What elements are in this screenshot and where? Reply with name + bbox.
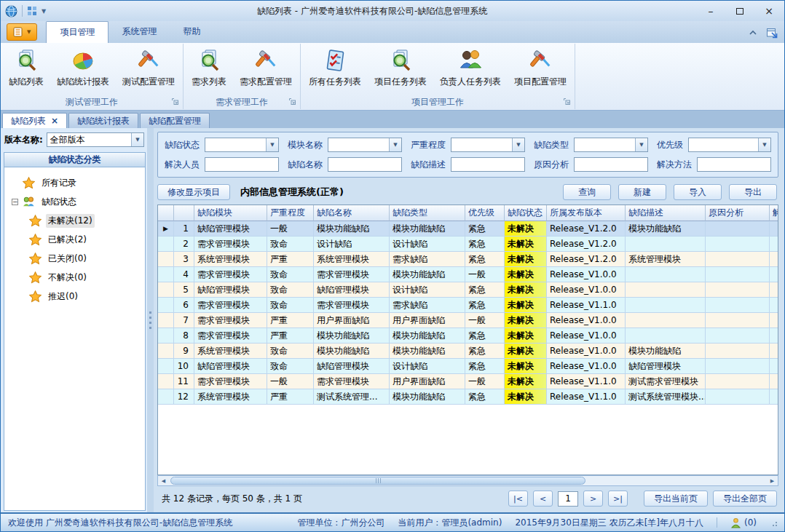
- star-icon: [29, 253, 42, 265]
- filter-input-缺陷名称[interactable]: [328, 157, 402, 172]
- maximize-button[interactable]: [727, 3, 752, 19]
- filter-input-缺陷描述[interactable]: [451, 157, 525, 172]
- filter-input-解决人员[interactable]: [205, 157, 279, 172]
- tab-close-icon[interactable]: ×: [51, 117, 58, 124]
- ribbon-button-需求配置管理[interactable]: 需求配置管理: [233, 44, 299, 90]
- table-row[interactable]: 10缺陷管理模块致命缺陷管理模块设计缺陷紧急未解决Release_V1.0.0缺…: [158, 359, 778, 374]
- column-header-解决方法[interactable]: 解决方法: [770, 205, 778, 221]
- resize-grip[interactable]: [770, 519, 777, 526]
- table-row[interactable]: 4需求管理模块致命需求管理模块模块功能缺陷一般未解决Release_V1.0.0: [158, 267, 778, 282]
- tree-item-所有记录[interactable]: 所有记录: [12, 173, 145, 192]
- dialog-launcher-icon[interactable]: [288, 98, 296, 106]
- cell-缺陷类型: 模块功能缺陷: [390, 328, 465, 344]
- table-row[interactable]: 6需求管理模块致命需求管理模块需求缺陷紧急未解决Release_V1.1.0: [158, 298, 778, 313]
- chevron-down-icon[interactable]: ▼: [389, 138, 401, 151]
- version-select[interactable]: 全部版本 ▼: [47, 132, 144, 147]
- column-header-优先级[interactable]: 优先级: [465, 205, 505, 221]
- table-row[interactable]: 11需求管理模块一般需求管理模块用户界面缺陷一般未解决Release_V1.1.…: [158, 374, 778, 389]
- filter-select-严重程度[interactable]: ▼: [451, 138, 525, 152]
- filter-select-优先级[interactable]: ▼: [688, 138, 771, 152]
- column-header-原因分析[interactable]: 原因分析: [706, 205, 770, 221]
- ribbon-button-测试配置管理[interactable]: 测试配置管理: [116, 44, 181, 90]
- tree-item-缺陷状态[interactable]: −缺陷状态: [12, 192, 145, 211]
- app-menu-button[interactable]: ▼: [7, 23, 37, 41]
- page-number-input[interactable]: [558, 491, 578, 507]
- filter-input-解决方法[interactable]: [697, 157, 771, 172]
- ribbon-button-项目配置管理[interactable]: 项目配置管理: [508, 44, 573, 90]
- ribbon-style-icon[interactable]: [766, 27, 778, 39]
- column-header-缺陷描述[interactable]: 缺陷描述: [626, 205, 706, 221]
- ribbon-button-label: 缺陷统计报表: [57, 76, 109, 88]
- ribbon-button-负责人任务列表[interactable]: 负责人任务列表: [433, 44, 508, 90]
- minimize-button[interactable]: –: [698, 3, 723, 19]
- ribbon-button-label: 项目任务列表: [374, 76, 427, 88]
- table-row[interactable]: ▶1缺陷管理模块一般模块功能缺陷模块功能缺陷紧急未解决Release_V1.2.…: [158, 221, 778, 237]
- column-header-缺陷类型[interactable]: 缺陷类型: [390, 205, 465, 221]
- first-page-button[interactable]: |<: [508, 491, 528, 507]
- scroll-right-icon[interactable]: ▶: [767, 478, 778, 484]
- table-row[interactable]: 5缺陷管理模块致命缺陷管理模块设计缺陷紧急未解决Release_V1.0.0: [158, 282, 778, 298]
- export-current-page-button[interactable]: 导出当前页: [644, 491, 708, 507]
- chevron-down-icon[interactable]: ▼: [758, 138, 770, 151]
- tree-item-已解决(2)[interactable]: 已解决(2): [12, 230, 145, 249]
- quick-access-icon[interactable]: [27, 6, 37, 16]
- dialog-launcher-icon[interactable]: [171, 98, 179, 106]
- scrollbar-thumb[interactable]: [170, 477, 585, 485]
- filter-input-原因分析[interactable]: [574, 157, 648, 172]
- action-button-导出[interactable]: 导出: [729, 184, 777, 200]
- ribbon-button-所有任务列表[interactable]: 所有任务列表: [302, 44, 368, 90]
- ribbon-button-缺陷统计报表[interactable]: 缺陷统计报表: [50, 44, 116, 90]
- people-small-icon: [23, 196, 35, 208]
- action-button-导入[interactable]: 导入: [674, 184, 722, 200]
- chevron-down-icon[interactable]: ▼: [131, 133, 143, 146]
- tree-item-已关闭(0)[interactable]: 已关闭(0): [12, 249, 145, 268]
- doc-tab-缺陷配置管理[interactable]: 缺陷配置管理: [140, 113, 210, 128]
- export-all-pages-button[interactable]: 导出全部页: [713, 491, 777, 507]
- column-header-缺陷名称[interactable]: 缺陷名称: [314, 205, 390, 221]
- dialog-launcher-icon[interactable]: [563, 98, 571, 106]
- table-row[interactable]: 2需求管理模块致命设计缺陷设计缺陷紧急未解决Release_V1.2.0: [158, 237, 778, 252]
- filter-select-模块名称[interactable]: ▼: [328, 138, 402, 152]
- close-button[interactable]: ×: [757, 3, 781, 19]
- ribbon-button-项目任务列表[interactable]: 项目任务列表: [368, 44, 433, 90]
- horizontal-scrollbar[interactable]: ◀ ▶: [157, 475, 778, 486]
- doc-tab-缺陷统计报表[interactable]: 缺陷统计报表: [68, 113, 138, 128]
- modify-display-button[interactable]: 修改显示项目: [157, 184, 230, 200]
- column-header-严重程度[interactable]: 严重程度: [267, 205, 314, 221]
- prev-page-button[interactable]: <: [533, 491, 553, 507]
- filter-select-缺陷类型[interactable]: ▼: [574, 138, 648, 152]
- table-row[interactable]: 8需求管理模块严重模块功能缺陷模块功能缺陷紧急未解决Release_V1.0.0: [158, 328, 778, 344]
- next-page-button[interactable]: >: [583, 491, 603, 507]
- scroll-left-icon[interactable]: ◀: [158, 478, 169, 484]
- filter-select-缺陷状态[interactable]: ▼: [205, 138, 279, 152]
- ribbon-collapse-icon[interactable]: [749, 29, 757, 36]
- tree-item-未解决(12)[interactable]: 未解决(12): [12, 211, 145, 230]
- tree-item-不解决(0)[interactable]: 不解决(0): [12, 268, 145, 287]
- column-header-缺陷状态[interactable]: 缺陷状态: [505, 205, 547, 221]
- quick-access-dropdown-arrow[interactable]: ▼: [42, 8, 46, 15]
- ribbon-tab-帮助[interactable]: 帮助: [170, 21, 213, 43]
- action-button-查询[interactable]: 查询: [563, 184, 611, 200]
- action-button-新建[interactable]: 新建: [618, 184, 666, 200]
- table-row[interactable]: 12系统管理模块严重测试系统管理...模块功能缺陷紧急未解决Release_V1…: [158, 389, 778, 405]
- last-page-button[interactable]: >|: [608, 491, 628, 507]
- cell-缺陷类型: 设计缺陷: [390, 282, 465, 298]
- chevron-down-icon[interactable]: ▼: [266, 138, 278, 151]
- sidebar-splitter[interactable]: [147, 128, 154, 512]
- column-header-所属发布版本[interactable]: 所属发布版本: [547, 205, 626, 221]
- online-user-icon: [730, 517, 741, 528]
- chevron-down-icon[interactable]: ▼: [635, 138, 647, 151]
- tree-item-推迟(0)[interactable]: 推迟(0): [12, 287, 145, 306]
- ribbon-button-缺陷列表[interactable]: 缺陷列表: [2, 44, 50, 90]
- table-row[interactable]: 7需求管理模块严重用户界面缺陷用户界面缺陷一般未解决Release_V1.0.0: [158, 313, 778, 328]
- tree-item-label: 所有记录: [39, 176, 79, 190]
- doc-tab-缺陷列表[interactable]: 缺陷列表×: [2, 113, 67, 128]
- column-header-缺陷模块[interactable]: 缺陷模块: [194, 205, 267, 221]
- table-row[interactable]: 3系统管理模块严重系统管理模块需求缺陷紧急未解决Release_V1.2.0系统…: [158, 252, 778, 267]
- ribbon-button-需求列表[interactable]: 需求列表: [185, 44, 233, 90]
- ribbon-tab-项目管理[interactable]: 项目管理: [46, 21, 109, 43]
- chevron-down-icon[interactable]: ▼: [512, 138, 524, 151]
- table-row[interactable]: 9系统管理模块致命模块功能缺陷模块功能缺陷紧急未解决Release_V1.0.0…: [158, 344, 778, 359]
- tree-expander-icon[interactable]: −: [12, 199, 18, 205]
- ribbon-tab-系统管理[interactable]: 系统管理: [109, 21, 170, 43]
